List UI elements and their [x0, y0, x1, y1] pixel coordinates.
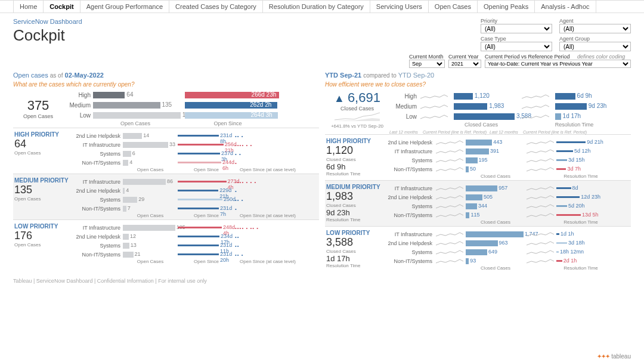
sparkline	[435, 258, 466, 265]
open-since-dots: • •	[235, 151, 242, 157]
block-kpi: 135	[14, 184, 72, 196]
breadcrumb: ServiceNow Dashboard	[13, 18, 82, 25]
tab-open-cases[interactable]: Open Cases	[429, 1, 478, 13]
closed-delta-ref: vs YTD Sep-20	[351, 123, 383, 129]
block-title: MEDIUM PRIORITY	[326, 184, 383, 190]
open-title-prefix: Open cases	[13, 72, 48, 79]
row-label: Non-IT/Systems	[383, 212, 435, 218]
filter-agent-group[interactable]: (All)	[559, 42, 631, 51]
sparkline	[525, 185, 556, 192]
tab-opening-peaks[interactable]: Opening Peaks	[478, 1, 535, 13]
sparkline	[525, 194, 556, 201]
sparkline	[435, 240, 466, 247]
closed-title-cmp: compared to	[363, 70, 397, 79]
open-since-dots: •• •	[235, 197, 244, 203]
block-kpi2: 1d 17h	[326, 254, 383, 263]
period-ref-label: Current Period vs Reference Period	[485, 54, 570, 60]
row-label: 2nd Line Helpdesk	[383, 194, 435, 200]
open-since-dots: •••• • •• •	[235, 225, 259, 231]
row-label: IT Infrastructure	[72, 142, 123, 148]
block-kpi-label: Closed Cases	[326, 203, 383, 208]
row-label: Systems	[383, 157, 435, 163]
period-month[interactable]: Sep	[409, 60, 445, 68]
closed-kpi-label: Closed Cases	[325, 106, 389, 112]
row-label: 2nd Line Helpdesk	[72, 133, 123, 139]
summary-cat: Medium	[389, 103, 417, 110]
sparkline	[525, 203, 556, 210]
sparkline	[435, 194, 466, 201]
row-label: 2nd Line Helpdesk	[72, 188, 123, 194]
closed-delta: +641.8%	[331, 123, 350, 129]
sparkline	[435, 148, 466, 155]
open-kpi-value: 375	[13, 98, 63, 113]
block-kpi2-label: Resolution Time	[326, 263, 383, 268]
block-kpi2-label: Resolution Time	[326, 217, 383, 222]
row-label: Non-IT/Systems	[383, 166, 435, 172]
block-kpi: 64	[14, 138, 72, 150]
open-since-dots: •••• • • •	[235, 180, 256, 185]
filter-agent[interactable]: (All)	[559, 24, 631, 33]
tab-bar: HomeCockpitAgent Group PerformanceCreate…	[0, 0, 644, 13]
filter-label-agent: Agent	[559, 18, 631, 24]
open-since-dots: ••	[235, 234, 240, 240]
tab-created-cases-by-category[interactable]: Created Cases by Category	[169, 1, 263, 13]
tab-analysis-adhoc[interactable]: Analysis - Adhoc	[535, 1, 596, 13]
block-title: LOW PRIORITY	[14, 223, 72, 230]
sparkline	[525, 240, 556, 247]
filter-case-type[interactable]: (All)	[481, 42, 552, 51]
sparkline	[435, 166, 466, 173]
period-month-label: Current Month	[409, 54, 445, 60]
sparkline	[419, 113, 451, 120]
row-label: IT Infrastructure	[72, 225, 123, 231]
sparkline	[435, 231, 466, 238]
row-label: 2nd Line Helpdesk	[383, 240, 435, 246]
filter-priority[interactable]: (All)	[481, 24, 552, 33]
open-since-dots: •••• • •	[235, 143, 252, 148]
block-kpi: 1,120	[326, 144, 383, 157]
sparkline	[521, 103, 553, 110]
axis-note-m2: Current Period (line is Ref. Period)	[523, 130, 587, 134]
sparkline	[525, 148, 556, 155]
row-label: Non-IT/Systems	[383, 258, 435, 264]
sparkline	[419, 93, 451, 100]
tab-cockpit[interactable]: Cockpit	[44, 1, 80, 13]
sparkline	[419, 103, 451, 110]
block-kpi: 176	[14, 230, 72, 242]
block-title: HIGH PRIORITY	[14, 131, 72, 138]
row-label: IT Infrastructure	[383, 185, 435, 191]
tab-home[interactable]: Home	[13, 1, 44, 13]
open-title-mid: as of	[50, 70, 63, 79]
sparkline	[435, 249, 466, 256]
tab-resolution-duration-by-category[interactable]: Resolution Duration by Category	[263, 1, 370, 13]
summary-cat: Medium	[63, 102, 91, 109]
closed-kpi-value: 6,691	[348, 90, 380, 105]
block-kpi: 1,983	[326, 190, 383, 203]
block-kpi2: 9d 23h	[326, 208, 383, 217]
closed-subtitle: How efficient were we to close cases?	[325, 81, 631, 88]
row-label: Systems	[72, 151, 123, 157]
period-year-label: Current Year	[448, 54, 481, 60]
tab-servicing-users[interactable]: Servicing Users	[370, 1, 429, 13]
row-label: Non-IT/Systems	[72, 252, 123, 258]
filter-label-agent-group: Agent Group	[559, 36, 631, 42]
period-ref-note: defines color coding	[577, 54, 625, 60]
sparkline	[521, 93, 553, 100]
block-kpi-label: Open Cases	[14, 196, 72, 202]
summary-cat: Low	[63, 112, 91, 119]
block-kpi2-label: Resolution Time	[326, 171, 383, 177]
period-reference[interactable]: Year-to-Date: Current Year vs Previous Y…	[485, 60, 631, 68]
row-label: Systems	[72, 243, 123, 249]
trend-up-icon: ▲ 6,691	[325, 90, 389, 106]
sparkline	[521, 113, 553, 120]
row-label: IT Infrastructure	[72, 179, 123, 185]
summary-cat: Low	[389, 113, 417, 120]
sparkline	[435, 185, 466, 192]
period-row: Current MonthSep Current Year2021 Curren…	[0, 54, 644, 69]
period-year[interactable]: 2021	[448, 60, 481, 68]
sparkline	[525, 166, 556, 173]
open-since-dots: •	[235, 206, 237, 212]
row-label: Systems	[383, 203, 435, 209]
tab-agent-group-performance[interactable]: Agent Group Performance	[80, 1, 169, 13]
block-kpi-label: Closed Cases	[326, 249, 383, 254]
row-label: Systems	[72, 197, 123, 203]
